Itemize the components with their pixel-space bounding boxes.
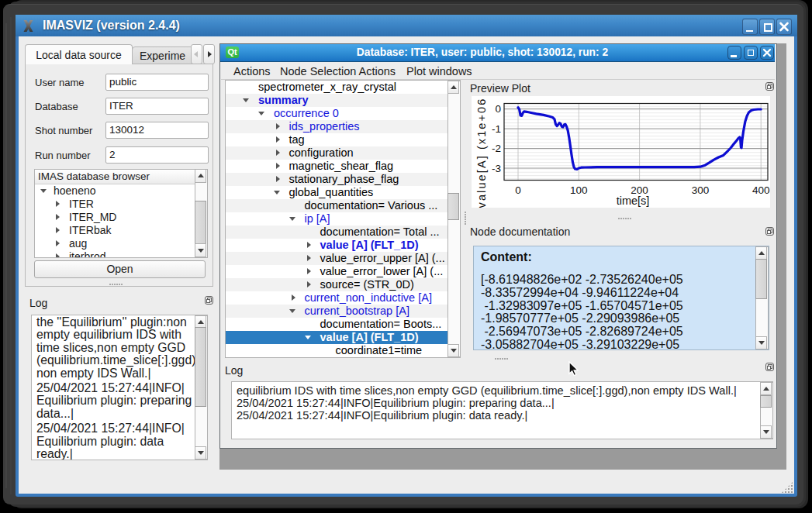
svg-text:0: 0 — [495, 103, 501, 115]
svg-text:400: 400 — [752, 184, 770, 196]
svg-text:value[A] (x1e+06: value[A] (x1e+06 — [475, 98, 488, 208]
svg-text:-1: -1 — [492, 123, 501, 135]
svg-text:time[s]: time[s] — [617, 195, 650, 207]
svg-text:-2: -2 — [492, 143, 501, 154]
svg-text:-3: -3 — [492, 163, 501, 174]
svg-text:100: 100 — [570, 184, 588, 196]
svg-text:0: 0 — [515, 184, 521, 196]
svg-text:300: 300 — [692, 184, 710, 196]
